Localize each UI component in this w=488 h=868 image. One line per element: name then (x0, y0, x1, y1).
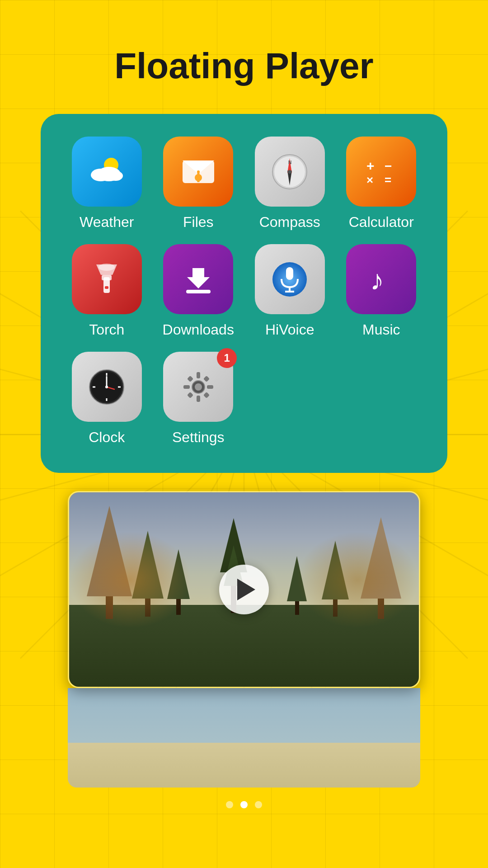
compass-icon: N (255, 137, 325, 207)
play-triangle (237, 579, 255, 600)
dot-2[interactable] (240, 801, 248, 808)
svg-rect-27 (286, 267, 293, 280)
calculator-icon: + − × = (346, 137, 416, 207)
files-label: Files (183, 214, 214, 231)
app-grid-card: Weather Files (41, 114, 447, 473)
svg-point-41 (195, 383, 202, 391)
files-icon (163, 137, 233, 207)
hivoice-label: HiVoice (265, 321, 314, 338)
app-item-files[interactable]: Files (155, 137, 242, 231)
svg-rect-46 (187, 375, 193, 382)
svg-rect-48 (187, 392, 193, 398)
app-icon-wrapper-clock (72, 352, 142, 422)
downloads-svg (178, 259, 219, 300)
svg-text:×: × (366, 173, 373, 187)
svg-rect-20 (102, 275, 112, 280)
downloads-icon (163, 244, 233, 314)
svg-rect-23 (105, 286, 108, 289)
settings-badge: 1 (217, 348, 237, 368)
app-item-calculator[interactable]: + − × = Calculator (338, 137, 425, 231)
video-thumbnail (69, 492, 419, 687)
app-icon-wrapper-hivoice (255, 244, 325, 314)
app-item-music[interactable]: ♪ Music (338, 244, 425, 338)
svg-rect-43 (197, 396, 200, 402)
svg-rect-45 (207, 385, 213, 389)
weather-label: Weather (80, 214, 134, 231)
app-item-torch[interactable]: Torch (63, 244, 150, 338)
dot-3[interactable] (255, 801, 262, 808)
music-svg: ♪ (361, 259, 402, 300)
svg-text:N: N (288, 160, 291, 165)
calculator-svg: + − × = (361, 151, 402, 192)
svg-rect-25 (186, 290, 211, 293)
files-svg (178, 151, 219, 192)
app-item-clock[interactable]: Clock (63, 352, 150, 446)
calculator-label: Calculator (349, 214, 414, 231)
svg-point-39 (105, 386, 108, 388)
app-icon-wrapper-music: ♪ (346, 244, 416, 314)
torch-label: Torch (89, 321, 124, 338)
svg-rect-42 (197, 372, 200, 378)
pagination-dots (0, 788, 488, 822)
svg-rect-49 (203, 392, 210, 398)
torch-icon (72, 244, 142, 314)
app-icon-wrapper-calculator: + − × = (346, 137, 416, 207)
torch-svg (86, 259, 127, 300)
music-icon: ♪ (346, 244, 416, 314)
dot-1[interactable] (226, 801, 233, 808)
hivoice-svg (269, 259, 310, 300)
music-label: Music (362, 321, 400, 338)
app-icon-wrapper-weather (72, 137, 142, 207)
downloads-label: Downloads (163, 321, 234, 338)
app-item-settings[interactable]: 1 Settings (155, 352, 242, 446)
svg-point-13 (288, 170, 291, 174)
app-icon-wrapper-compass: N (255, 137, 325, 207)
sand-area (68, 743, 420, 788)
weather-svg (86, 151, 127, 192)
compass-svg: N (269, 151, 310, 192)
app-item-weather[interactable]: Weather (63, 137, 150, 231)
app-grid: Weather Files (63, 137, 425, 446)
app-item-downloads[interactable]: Downloads (155, 244, 242, 338)
svg-point-22 (99, 264, 115, 271)
page-title: Floating Player (0, 0, 488, 114)
clock-icon (72, 352, 142, 422)
compass-label: Compass (259, 214, 320, 231)
clock-label: Clock (89, 429, 125, 446)
svg-text:−: − (385, 159, 392, 173)
app-item-compass[interactable]: N Compass (246, 137, 333, 231)
water-area (68, 688, 420, 743)
svg-text:+: + (366, 158, 375, 173)
app-item-hivoice[interactable]: HiVoice (246, 244, 333, 338)
play-button[interactable] (219, 565, 269, 614)
weather-icon (72, 137, 142, 207)
svg-rect-47 (203, 375, 210, 382)
svg-text:=: = (385, 173, 391, 187)
svg-text:♪: ♪ (370, 264, 384, 296)
svg-point-3 (108, 171, 123, 181)
settings-svg (178, 367, 219, 407)
app-icon-wrapper-settings: 1 (163, 352, 233, 422)
app-icon-wrapper-downloads (163, 244, 233, 314)
video-player (68, 491, 420, 688)
svg-marker-24 (187, 268, 210, 288)
clock-svg (86, 367, 127, 407)
hivoice-icon (255, 244, 325, 314)
svg-rect-44 (183, 385, 190, 389)
app-icon-wrapper-torch (72, 244, 142, 314)
empty-slot-1 (246, 352, 333, 446)
settings-label: Settings (172, 429, 225, 446)
foliage-right (296, 531, 419, 628)
beach-area (68, 688, 420, 788)
foliage-left (69, 531, 192, 628)
app-icon-wrapper-files (163, 137, 233, 207)
empty-slot-2 (338, 352, 425, 446)
